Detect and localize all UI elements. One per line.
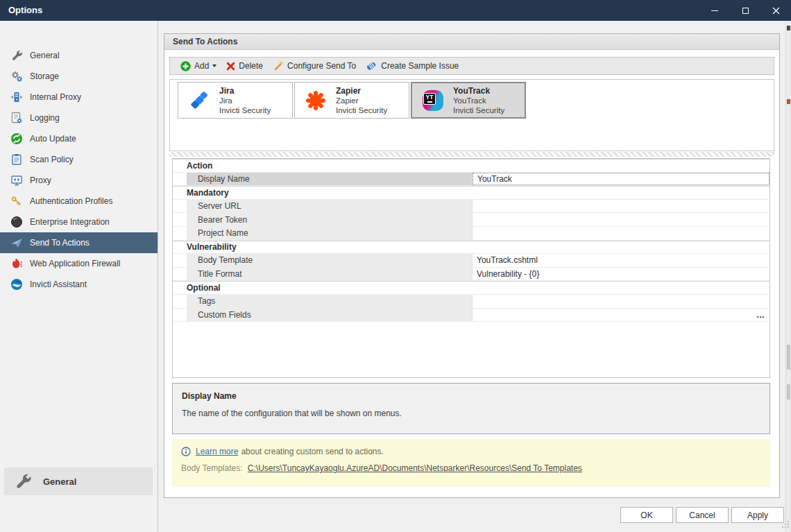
grid-row-bearer-token: Bearer Token: [173, 213, 769, 227]
paper-plane-icon: [9, 236, 24, 250]
cancel-button[interactable]: Cancel: [676, 507, 729, 523]
create-sample-issue-button[interactable]: Create Sample Issue: [361, 58, 463, 74]
property-description-panel: Display Name The name of the configurati…: [172, 383, 770, 434]
custom-fields-input[interactable]: …: [473, 309, 769, 322]
panel-header: Send To Actions: [164, 34, 779, 50]
splitter-handle[interactable]: [169, 152, 774, 157]
grid-label[interactable]: Tags: [187, 295, 473, 308]
ok-button[interactable]: OK: [620, 507, 673, 523]
description-title: Display Name: [182, 391, 760, 401]
delete-button[interactable]: Delete: [221, 58, 268, 74]
maximize-button[interactable]: [730, 0, 760, 21]
card-title: YouTrack: [453, 86, 504, 96]
close-icon: [772, 7, 780, 15]
annotation-mark: [787, 99, 790, 104]
sidebar-item-web-application-firewall[interactable]: Web Application Firewall: [0, 253, 158, 274]
close-button[interactable]: [760, 0, 791, 21]
card-jira[interactable]: Jira Jira Invicti Security: [178, 82, 293, 119]
title-format-input[interactable]: Vulnerability - {0}: [473, 268, 769, 281]
grid-label[interactable]: Display Name: [187, 173, 473, 186]
card-subtitle: Zapier: [336, 96, 387, 105]
log-document-icon: [9, 111, 24, 125]
sidebar-item-invicti-assistant[interactable]: Invicti Assistant: [0, 274, 158, 295]
sample-issue-icon: [366, 60, 377, 71]
grid-row-title-format: Title Format Vulnerability - {0}: [173, 268, 769, 282]
magic-wand-icon: [273, 60, 284, 71]
zapier-logo: [304, 90, 328, 111]
clipboard-icon: [9, 153, 24, 166]
grid-label[interactable]: Project Name: [187, 227, 473, 240]
project-name-input[interactable]: [473, 227, 769, 240]
info-icon: [181, 447, 191, 456]
wrench-icon-large: [14, 472, 32, 490]
grid-label[interactable]: Bearer Token: [187, 213, 473, 226]
grid-category-vulnerability[interactable]: Vulnerability: [173, 241, 769, 255]
grid-label[interactable]: Server URL: [187, 200, 473, 213]
grid-indent: [173, 227, 187, 240]
sidebar-item-scan-policy[interactable]: Scan Policy: [0, 149, 158, 170]
sidebar-item-enterprise-integration[interactable]: Enterprise Integration: [0, 212, 158, 232]
resize-grip[interactable]: [781, 520, 790, 531]
grid-row-server-url: Server URL: [173, 200, 769, 214]
maximize-icon: [742, 8, 749, 14]
apply-button[interactable]: Apply: [731, 507, 784, 523]
window-controls: [699, 0, 791, 21]
grid-indent: [173, 200, 187, 213]
sphere-icon: [9, 215, 24, 229]
display-name-input[interactable]: YouTrack: [473, 173, 769, 186]
minimize-button[interactable]: [699, 0, 730, 21]
sidebar-item-authentication-profiles[interactable]: Authentication Profiles: [0, 191, 158, 212]
grid-label[interactable]: Title Format: [187, 268, 473, 281]
card-title: Zapier: [336, 86, 387, 96]
body-template-input[interactable]: YouTrack.cshtml: [473, 254, 769, 267]
scroll-annotation-strip[interactable]: [785, 21, 791, 532]
grid-row-project-name: Project Name: [173, 227, 769, 241]
body-templates-path-link[interactable]: C:\Users\TuncayKayaoglu.AzureAD\Document…: [248, 463, 582, 473]
key-icon: [9, 194, 24, 208]
grid-indent: [173, 213, 187, 226]
property-grid: Action Display Name YouTrack Mandatory S…: [172, 158, 770, 378]
server-url-input[interactable]: [473, 200, 769, 213]
window-title: Options: [8, 5, 42, 15]
options-dialog: { "window": { "title": "Options" }, "sid…: [0, 0, 791, 532]
monitor-arrows-icon: [9, 173, 24, 187]
toolbar: Add Delete Configure Send To Create Samp…: [169, 57, 774, 75]
wrench-icon: [9, 49, 24, 62]
sidebar-item-internal-proxy[interactable]: Internal Proxy: [0, 87, 158, 108]
add-icon: [180, 61, 191, 71]
configure-send-to-button[interactable]: Configure Send To: [268, 58, 361, 74]
grid-label[interactable]: Body Template: [187, 254, 473, 267]
tags-input[interactable]: [473, 295, 769, 308]
sidebar-item-send-to-actions[interactable]: Send To Actions: [0, 232, 158, 253]
flame-icon: [9, 257, 24, 271]
jira-logo: [187, 90, 211, 111]
youtrack-logo: YT: [421, 90, 445, 111]
card-youtrack[interactable]: YT YouTrack YouTrack Invicti Security: [411, 82, 526, 119]
grid-category-action[interactable]: Action: [173, 159, 769, 173]
sidebar-item-proxy[interactable]: Proxy: [0, 170, 158, 191]
body-templates-label: Body Templates:: [181, 463, 243, 473]
sidebar-item-storage[interactable]: Storage: [0, 66, 158, 87]
info-bar: Learn more about creating custom send to…: [172, 439, 770, 487]
title-bar: Options: [0, 0, 791, 21]
delete-icon: [226, 62, 235, 71]
ellipsis-button[interactable]: …: [756, 310, 765, 320]
refresh-icon: [9, 132, 24, 146]
chevron-down-icon: [212, 65, 216, 67]
annotation-mark: [787, 384, 790, 400]
grid-category-optional[interactable]: Optional: [173, 281, 769, 295]
grid-label[interactable]: Custom Fields: [187, 309, 473, 322]
sidebar-footer-general: General: [4, 467, 153, 495]
grid-category-mandatory[interactable]: Mandatory: [173, 186, 769, 200]
sidebar-footer-label: General: [43, 477, 76, 487]
send-to-action-list: Jira Jira Invicti Security Zapier Zapier…: [169, 79, 774, 151]
sidebar-item-general[interactable]: General: [0, 45, 158, 66]
sidebar-item-auto-update[interactable]: Auto Update: [0, 128, 158, 149]
learn-more-link[interactable]: Learn more: [196, 447, 238, 456]
annotation-mark: [787, 345, 790, 370]
add-button[interactable]: Add: [176, 58, 221, 74]
card-zapier[interactable]: Zapier Zapier Invicti Security: [294, 82, 409, 119]
bearer-token-input[interactable]: [473, 213, 769, 226]
grid-row-custom-fields: Custom Fields …: [173, 309, 769, 323]
sidebar-item-logging[interactable]: Logging: [0, 108, 158, 128]
